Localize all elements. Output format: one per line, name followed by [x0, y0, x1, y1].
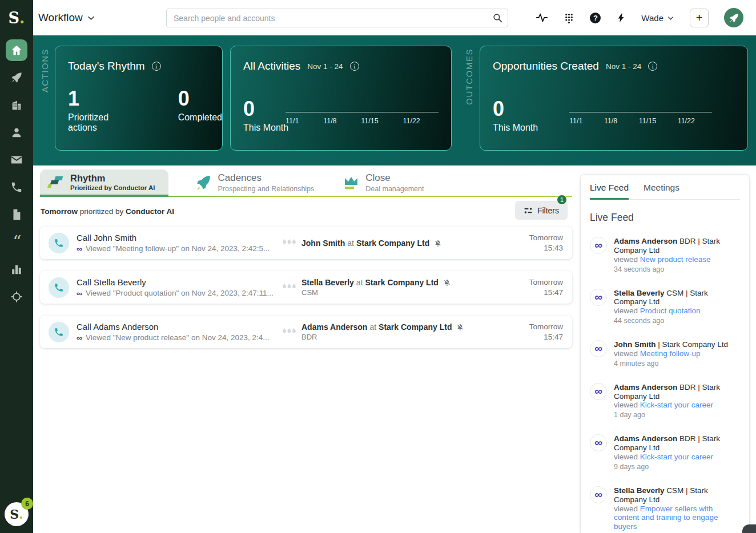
feed-person[interactable]: Adams Anderson — [614, 383, 677, 391]
info-icon[interactable] — [350, 62, 359, 71]
filters-button[interactable]: Filters 1 — [515, 201, 568, 220]
call-icon — [49, 277, 69, 298]
sidebar-item-calls[interactable] — [6, 176, 27, 198]
feed-link[interactable]: New product release — [640, 255, 711, 264]
header-connector: prioritized by — [80, 207, 124, 216]
feed-action-line: viewed Kick-start your career — [614, 453, 740, 462]
dialpad-icon[interactable] — [564, 13, 574, 23]
live-feed-heading: Live Feed — [590, 212, 740, 224]
person-name[interactable]: Stella Beverly — [301, 278, 354, 287]
notification-badge: 6 — [21, 498, 33, 510]
rocket-icon — [10, 71, 23, 84]
tick-label: 11/22 — [403, 117, 420, 125]
viewed-word: viewed — [614, 504, 638, 513]
stat-label: This Month — [493, 123, 538, 133]
due-day: Tomorrow — [512, 322, 563, 332]
company-infinity-avatar: ∞ — [590, 383, 607, 400]
action-row-call-john-smith[interactable]: Call John Smith ∞ Viewed "Meeting follow… — [40, 227, 572, 259]
sparkline-flat-line — [285, 112, 439, 112]
tab-live-feed[interactable]: Live Feed — [590, 183, 629, 199]
company-name[interactable]: Stark Company Ltd — [379, 322, 452, 332]
feed-link[interactable]: Kick-start your career — [640, 453, 713, 461]
sidebar-item-analytics[interactable] — [6, 259, 27, 280]
feed-link[interactable]: Meeting follow-up — [640, 349, 701, 358]
action-row-call-adams-anderson[interactable]: Call Adams Anderson ∞ Viewed "New produc… — [40, 316, 572, 348]
feed-item: ∞ Adams Anderson BDR | Stark Company Ltd… — [590, 237, 740, 274]
feed-person[interactable]: Stella Beverly — [614, 486, 665, 495]
feed-person[interactable]: Stella Beverly — [614, 289, 665, 297]
workflow-tabs: Rhythm Prioritized by Conductor AI Caden… — [40, 169, 572, 197]
tick-label: 11/15 — [361, 117, 378, 125]
card-title: Opportunities Created — [493, 60, 599, 72]
launch-rocket-button[interactable] — [724, 8, 743, 27]
sidebar-item-cadences[interactable] — [6, 67, 27, 88]
feed-person[interactable]: Adams Anderson — [614, 237, 677, 245]
quote-icon: “ — [13, 238, 20, 246]
envelope-icon — [10, 154, 23, 166]
person-name[interactable]: John Smith — [301, 239, 345, 248]
user-avatar-footer[interactable]: S. 6 — [5, 502, 30, 527]
person-role: BDR — [301, 333, 464, 341]
feed-link[interactable]: Kick-start your career — [640, 401, 713, 409]
tick-label: 11/22 — [678, 117, 695, 125]
viewed-word: viewed — [614, 401, 638, 409]
info-icon[interactable] — [152, 62, 161, 71]
feed-person[interactable]: John Smith — [614, 340, 656, 349]
tab-cadences[interactable]: Cadences Prospecting and Relationships — [192, 169, 316, 196]
feed-headline: Stella Beverly CSM | Stark Company Ltd — [614, 289, 740, 307]
phone-icon — [10, 181, 23, 193]
help-icon[interactable] — [590, 13, 601, 23]
company-name[interactable]: Stark Company Ltd — [365, 278, 439, 287]
feed-timestamp: 1 day ago — [614, 411, 740, 419]
logo-dot: . — [19, 9, 25, 27]
sparkline-ticks: 11/1 11/8 11/15 11/22 — [569, 117, 695, 125]
tab-sublabel: Prospecting and Relationships — [218, 185, 314, 193]
avatar-dot: . — [19, 507, 23, 522]
metrics-band: ACTIONS Today's Rhythm 1 Prioritized act… — [33, 35, 756, 165]
opportunities-sparkline: 11/1 11/8 11/15 11/22 — [569, 112, 712, 125]
workflow-menu[interactable]: Workflow — [38, 11, 95, 24]
sidebar-item-hot-leads[interactable] — [6, 286, 27, 308]
activity-pulse-icon[interactable] — [536, 11, 548, 24]
stat-value: 0 — [243, 99, 288, 119]
tab-rhythm[interactable]: Rhythm Prioritized by Conductor AI — [40, 169, 168, 197]
user-menu[interactable]: Wade — [641, 13, 674, 23]
tab-label: Close — [365, 172, 424, 184]
search-icon[interactable] — [492, 13, 503, 23]
add-button[interactable]: + — [690, 9, 709, 27]
feed-role: BDR — [679, 237, 696, 245]
sidebar-item-accounts[interactable] — [6, 94, 27, 116]
feed-action-line: viewed Kick-start your career — [614, 401, 740, 410]
action-row-call-stella-beverly[interactable]: Call Stella Beverly ∞ Viewed "Product qu… — [40, 271, 572, 304]
salesloft-logo[interactable]: S. — [0, 0, 33, 35]
company-name[interactable]: Stark Company Ltd — [356, 239, 429, 248]
actions-section-label: ACTIONS — [40, 49, 50, 92]
sidebar-item-content[interactable] — [6, 204, 27, 225]
tab-meetings[interactable]: Meetings — [644, 183, 679, 199]
rocket-icon — [729, 13, 739, 23]
stat-label: Prioritized actions — [68, 112, 130, 133]
sidebar-item-email[interactable] — [6, 149, 27, 171]
person-name[interactable]: Adams Anderson — [301, 322, 367, 332]
sidebar-item-people[interactable] — [6, 122, 27, 143]
stat-label: Completed — [178, 112, 222, 123]
feed-role: BDR — [679, 434, 696, 443]
sidebar-item-snippets[interactable]: “ — [6, 231, 27, 253]
sidebar: S. “ — [0, 0, 33, 533]
feed-item: ∞ Adams Anderson BDR | Stark Company Ltd… — [590, 383, 740, 420]
stat-value: 1 — [68, 88, 130, 109]
search-input[interactable] — [166, 9, 508, 27]
lightning-icon[interactable] — [616, 12, 626, 24]
feed-person[interactable]: Adams Anderson — [614, 434, 677, 443]
sidebar-item-home[interactable] — [6, 39, 27, 61]
viewed-word: viewed — [614, 306, 638, 315]
chat-widget-corner[interactable] — [742, 524, 756, 533]
feed-headline: Adams Anderson BDR | Stark Company Ltd — [614, 383, 740, 401]
document-icon — [10, 208, 23, 221]
info-icon[interactable] — [648, 62, 657, 71]
tab-label: Cadences — [218, 172, 314, 184]
feed-link[interactable]: Product quotation — [640, 306, 701, 315]
tab-close[interactable]: Close Deal management — [340, 169, 426, 196]
feed-role: CSM — [666, 289, 683, 297]
company-infinity-avatar: ∞ — [590, 486, 607, 503]
